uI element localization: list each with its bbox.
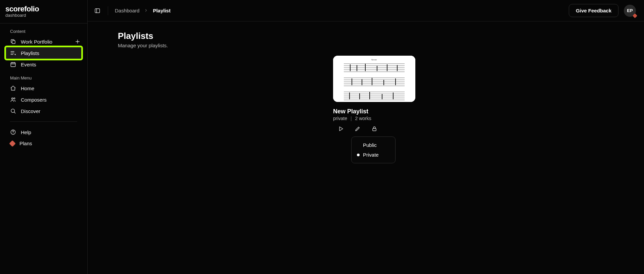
svg-rect-8: [333, 56, 415, 102]
sidebar-item-plans[interactable]: Plans: [0, 138, 87, 149]
svg-text:Score: Score: [371, 58, 377, 61]
sidebar-item-label: Discover: [21, 108, 40, 114]
plans-icon: [9, 140, 16, 147]
svg-rect-29: [397, 65, 398, 71]
calendar-icon: [10, 61, 16, 67]
svg-point-3: [14, 98, 15, 99]
sidebar-item-playlists[interactable]: Playlists: [6, 47, 81, 59]
page-subtitle: Manage your playlists.: [118, 43, 631, 48]
sidebar-item-help[interactable]: Help: [0, 126, 87, 138]
sidebar-item-label: Help: [21, 129, 31, 135]
svg-point-6: [13, 133, 13, 133]
sidebar-section-main-menu: Main Menu: [0, 70, 87, 83]
sidebar-item-label: Events: [21, 62, 36, 67]
visibility-option-private[interactable]: Private: [352, 150, 395, 160]
breadcrumb: Dashboard Playlist: [115, 8, 171, 13]
brand-name: scorefolio: [5, 5, 82, 13]
page-title: Playlists: [118, 31, 631, 41]
svg-rect-26: [365, 64, 366, 71]
svg-rect-24: [350, 64, 351, 71]
sidebar: scorefolio dashboard Content Work Portfo…: [0, 0, 88, 274]
sidebar-item-label: Composers: [21, 97, 47, 103]
svg-rect-32: [372, 78, 372, 85]
plus-icon[interactable]: [75, 39, 81, 45]
sidebar-item-events[interactable]: Events: [0, 59, 87, 70]
panel-toggle-button[interactable]: [94, 7, 101, 14]
svg-rect-34: [395, 78, 396, 85]
svg-rect-0: [12, 41, 15, 44]
edit-icon[interactable]: [355, 126, 361, 132]
visibility-option-public[interactable]: Public: [352, 140, 395, 150]
playlist-card-title: New Playlist: [333, 108, 415, 115]
svg-rect-1: [11, 63, 15, 67]
playlist-icon: [10, 50, 16, 56]
svg-rect-35: [349, 93, 350, 99]
give-feedback-button[interactable]: Give Feedback: [569, 4, 618, 17]
sidebar-item-discover[interactable]: Discover: [0, 105, 87, 117]
playlist-thumbnail[interactable]: Score: [333, 56, 415, 102]
chevron-right-icon: [144, 8, 148, 13]
avatar[interactable]: EP: [624, 5, 636, 17]
play-icon[interactable]: [338, 126, 344, 132]
svg-rect-38: [382, 94, 382, 99]
visibility-popover: Public Private: [351, 136, 396, 163]
panel-left-icon: [94, 7, 100, 14]
svg-rect-30: [352, 78, 352, 85]
svg-rect-36: [359, 93, 360, 99]
playlist-card[interactable]: Score New Playlist private | 2 works: [333, 56, 415, 163]
playlist-visibility: private: [333, 116, 347, 121]
svg-rect-37: [369, 92, 370, 99]
playlist-card-meta: private | 2 works: [333, 116, 415, 121]
sidebar-divider: [10, 121, 77, 122]
sidebar-item-home[interactable]: Home: [0, 83, 87, 94]
copy-icon: [10, 39, 16, 45]
svg-rect-41: [373, 128, 376, 131]
sidebar-item-label: Plans: [19, 141, 32, 146]
brand-subtitle: dashboard: [5, 13, 82, 18]
main-content: Playlists Manage your playlists.: [88, 21, 644, 274]
sidebar-item-work-portfolio[interactable]: Work Portfolio: [0, 36, 87, 47]
meta-separator: |: [351, 116, 352, 121]
breadcrumb-current: Playlist: [153, 8, 171, 13]
topbar-divider: [108, 6, 108, 15]
svg-rect-39: [393, 93, 394, 99]
svg-rect-27: [377, 66, 377, 71]
home-icon: [10, 85, 16, 91]
people-icon: [10, 97, 16, 103]
breadcrumb-dashboard[interactable]: Dashboard: [115, 8, 139, 13]
bullet-icon: [357, 144, 360, 147]
svg-point-4: [11, 109, 15, 113]
avatar-initials: EP: [627, 8, 633, 13]
svg-rect-7: [95, 9, 100, 13]
svg-rect-25: [357, 65, 357, 71]
sidebar-section-content: Content: [0, 23, 87, 36]
playlist-works-count: 2 works: [355, 116, 371, 121]
svg-rect-28: [387, 64, 387, 71]
search-icon: [10, 108, 16, 114]
sidebar-item-label: Work Portfolio: [21, 39, 52, 45]
sidebar-item-label: Home: [21, 86, 34, 91]
playlist-card-actions: [333, 126, 415, 132]
topbar: Dashboard Playlist Give Feedback EP: [88, 0, 644, 21]
visibility-option-label: Public: [363, 142, 377, 148]
sidebar-item-composers[interactable]: Composers: [0, 94, 87, 105]
bullet-icon: [357, 154, 360, 156]
lock-icon[interactable]: [371, 126, 377, 132]
help-icon: [10, 129, 16, 135]
svg-point-2: [12, 98, 13, 100]
brand-block[interactable]: scorefolio dashboard: [0, 5, 87, 22]
svg-rect-31: [362, 79, 362, 85]
svg-rect-33: [383, 80, 384, 85]
sidebar-item-label: Playlists: [21, 50, 39, 56]
visibility-option-label: Private: [363, 152, 379, 158]
